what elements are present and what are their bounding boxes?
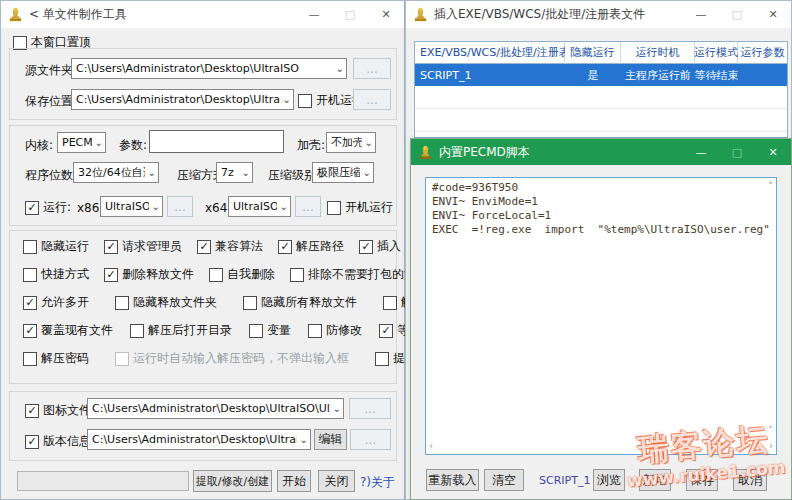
checkbox-anti-modify[interactable]: 防修改 (308, 322, 362, 339)
script-name-label: SCRIPT_1 (539, 474, 590, 487)
checkbox-request-admin[interactable]: 请求管理员 (104, 238, 182, 255)
checkbox-self-delete[interactable]: 自我删除 (209, 266, 275, 283)
col-run-mode[interactable]: 运行模式 (695, 42, 738, 64)
about-link[interactable]: ?)关于 (360, 474, 395, 491)
script-editor[interactable]: #code=936T950 ENVI~ EnviMode=1 ENVI~ For… (425, 177, 777, 455)
clear-button[interactable]: 清空 (484, 469, 524, 491)
packer-combo[interactable]: 不加壳 ⌄ (326, 132, 376, 153)
kernel-label: 内核: (25, 137, 53, 154)
chevron-down-icon[interactable]: ⌄ (362, 137, 373, 148)
checkbox-icon-file[interactable]: 图标文件: (25, 402, 95, 419)
chevron-down-icon[interactable]: ⌄ (277, 201, 288, 212)
version-info-combo[interactable]: C:\Users\Administrator\Desktop\UltraISO\… (87, 429, 311, 450)
checkbox-open-dir-after-extract[interactable]: 解压后打开目录 (130, 322, 232, 339)
chevron-down-icon[interactable]: ⌄ (297, 434, 308, 445)
kernel-combo[interactable]: PECMD ⌄ (57, 132, 106, 153)
checkbox-variable[interactable]: 变量 (249, 322, 291, 339)
window-title: 内置PECMD脚本 (439, 144, 530, 161)
checkbox-hide-run[interactable]: 隐藏运行 (23, 238, 89, 255)
app-icon (413, 7, 428, 22)
scripts-table: EXE/VBS/WCS/批处理/注册表文件 隐藏运行 运行时机 运行模式 运行参… (414, 41, 788, 138)
scroll-left-icon[interactable]: ‹ (429, 441, 433, 451)
checkbox-version-info[interactable]: 版本信息: (25, 433, 95, 450)
checkbox-box (327, 201, 341, 215)
checkbox-auto-input-password: 运行时自动输入解压密码，不弹出输入框 (115, 350, 349, 367)
browse-button[interactable]: 浏览 (593, 469, 625, 491)
scroll-down-icon[interactable]: ˅ (768, 426, 773, 436)
chevron-down-icon[interactable]: ⌄ (149, 201, 160, 212)
checkbox-box (25, 201, 39, 215)
checkbox-delete-released-files[interactable]: 删除释放文件 (104, 266, 194, 283)
checkbox-allow-multi-instance[interactable]: 允许多开 (23, 294, 89, 311)
chevron-down-icon[interactable]: ⌄ (145, 167, 156, 178)
source-browse-button[interactable]: ... (353, 58, 391, 79)
empty-row (415, 109, 787, 132)
table-row[interactable]: SCRIPT_1 是 主程序运行前 等待结束 (415, 64, 787, 86)
dest-browse-button[interactable]: ... (353, 89, 391, 110)
checkbox-extract-password[interactable]: 解压密码 (23, 350, 89, 367)
single-file-maker-window: < 单文件制作工具 — □ ✕ 本窗口置顶 源文件夹: C:\Users\Adm… (0, 0, 405, 500)
extract-modify-create-button[interactable]: 提取/修改/创建 (193, 470, 272, 492)
chevron-down-icon[interactable]: ⌄ (360, 167, 371, 178)
bits-combo[interactable]: 32位/64位自适应 ⌄ (73, 162, 159, 183)
chevron-down-icon[interactable]: ⌄ (92, 137, 103, 148)
checkbox-shortcut[interactable]: 快捷方式 (23, 266, 89, 283)
col-hidden-run[interactable]: 隐藏运行 (565, 42, 621, 64)
source-folder-combo[interactable]: C:\Users\Administrator\Desktop\UltraISO … (71, 58, 347, 79)
close-icon[interactable]: ✕ (755, 1, 791, 28)
chevron-down-icon[interactable]: ⌄ (280, 94, 291, 105)
maximize-icon[interactable]: □ (332, 1, 368, 28)
scroll-right-icon[interactable]: › (769, 441, 773, 451)
edit-version-button[interactable]: 编辑 (314, 429, 347, 450)
save-location-combo[interactable]: C:\Users\Administrator\Desktop\UltraISO.… (71, 89, 294, 110)
checkbox-overwrite-existing[interactable]: 覆盖现有文件 (23, 322, 113, 339)
app-icon (8, 7, 23, 22)
close-icon[interactable]: ✕ (755, 139, 791, 165)
version-browse-button[interactable]: ... (350, 429, 391, 450)
x86-run-combo[interactable]: UltraISO.exe ⌄ (100, 196, 163, 217)
checkbox-insert[interactable]: 插入 (359, 238, 401, 255)
x86-browse-button[interactable]: ... (167, 196, 193, 217)
icon-browse-button[interactable]: ... (349, 398, 391, 419)
x64-browse-button[interactable]: ... (295, 196, 321, 217)
checkbox-hide-release-folder[interactable]: 隐藏释放文件夹 (115, 294, 217, 311)
col-run-timing[interactable]: 运行时机 (621, 42, 695, 64)
compress-method-combo[interactable]: 7z ⌄ (216, 162, 253, 183)
save-button[interactable]: 保存 (686, 469, 718, 491)
col-run-params[interactable]: 运行参数 (738, 42, 787, 64)
checkbox-hide-all-released-files[interactable]: 隐藏所有释放文件 (243, 294, 357, 311)
compress-level-combo[interactable]: 极限压缩 ⌄ (312, 162, 374, 183)
close-button[interactable]: 关闭 (318, 470, 355, 492)
chevron-down-icon[interactable]: ⌄ (333, 63, 344, 74)
icon-file-combo[interactable]: C:\Users\Administrator\Desktop\UltraISO\… (87, 398, 344, 419)
x64-run-combo[interactable]: UltraISO.exe ⌄ (228, 196, 291, 217)
screen: < 单文件制作工具 — □ ✕ 本窗口置顶 源文件夹: C:\Users\Adm… (0, 0, 792, 500)
col-file[interactable]: EXE/VBS/WCS/批处理/注册表文件 (415, 42, 565, 64)
params-label: 参数: (119, 137, 147, 154)
checkbox-compat-algorithm[interactable]: 兼容算法 (197, 238, 263, 255)
reload-button[interactable]: 重新载入 (426, 469, 479, 491)
chevron-down-icon[interactable]: ⌄ (330, 403, 341, 414)
cancel-button[interactable]: 取消 (733, 469, 767, 491)
close-icon[interactable]: ✕ (368, 1, 404, 28)
maximize-icon[interactable]: □ (719, 1, 755, 28)
source-folder-label: 源文件夹: (25, 62, 77, 79)
add-button[interactable]: 新增 (639, 469, 671, 491)
checkbox-extract-path[interactable]: 解压路径 (278, 238, 344, 255)
params-input[interactable] (149, 130, 284, 153)
packer-label: 加壳: (297, 137, 325, 154)
bits-label: 程序位数: (25, 167, 77, 184)
scroll-up-icon[interactable]: ˄ (768, 182, 773, 192)
table-header-row: EXE/VBS/WCS/批处理/注册表文件 隐藏运行 运行时机 运行模式 运行参… (415, 42, 787, 64)
minimize-icon[interactable]: — (296, 1, 332, 28)
minimize-icon[interactable]: — (683, 1, 719, 28)
checkbox-run[interactable]: 运行: (25, 199, 71, 216)
checkbox-box (298, 94, 312, 108)
minimize-icon[interactable]: — (683, 139, 719, 165)
save-location-label: 保存位置: (25, 93, 77, 110)
start-button[interactable]: 开始 (277, 470, 311, 492)
chevron-down-icon[interactable]: ⌄ (239, 167, 250, 178)
checkbox-boot-run[interactable]: 开机运行 (327, 199, 393, 216)
maximize-icon[interactable]: □ (719, 139, 755, 165)
progress-bar (17, 471, 189, 491)
